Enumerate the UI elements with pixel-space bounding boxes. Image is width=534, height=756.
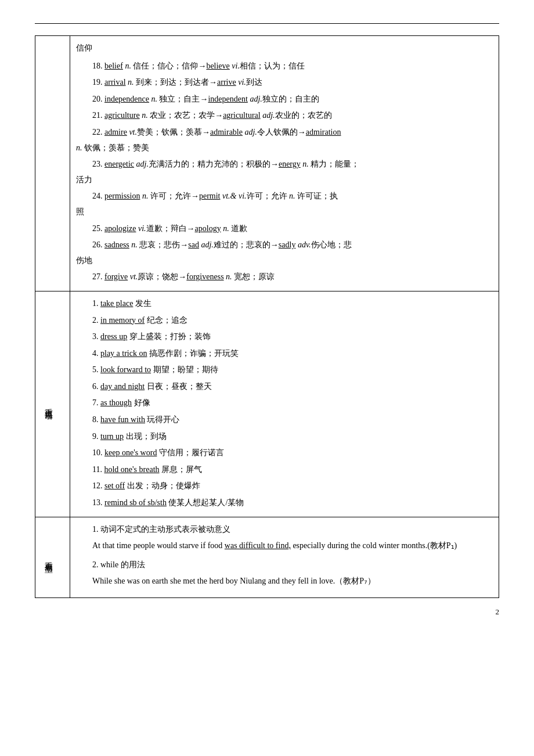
- sentences-left-cell: 重点句型: [35, 517, 70, 597]
- page-container: 信仰 18. belief n. 信任；信心；信仰→believe vi.相信；…: [35, 23, 499, 617]
- forgive-word: forgive: [104, 272, 128, 281]
- phrase-12: 12. set off 出发；动身；使爆炸: [76, 478, 493, 494]
- independence-word: independence: [104, 95, 149, 103]
- permit-word: permit: [199, 192, 221, 200]
- vocab-content: 信仰 18. belief n. 信任；信心；信仰→believe vi.相信；…: [70, 36, 499, 291]
- remind-phrase: remind sb of sb/sth: [104, 498, 167, 507]
- phrase-13: 13. remind sb of sb/sth 使某人想起某人/某物: [76, 495, 493, 511]
- in-memory-of-phrase: in memory of: [100, 316, 145, 325]
- sentence-section-1: 1. 动词不定式的主动形式表示被动意义 At that time people …: [76, 522, 493, 554]
- belief-word: belief: [104, 62, 123, 70]
- as-though-phrase: as though: [100, 398, 132, 407]
- sentence-title-2: 2. while 的用法: [76, 557, 493, 573]
- page-number: 2: [35, 607, 499, 617]
- entry-25: 25. apologize vi.道歉；辩白→apology n. 道歉: [76, 221, 493, 237]
- phrase-6: 6. day and night 日夜；昼夜；整天: [76, 379, 493, 395]
- apology-word: apology: [195, 224, 221, 233]
- have-fun-phrase: have fun with: [100, 415, 145, 424]
- sentences-row: 重点句型 1. 动词不定式的主动形式表示被动意义 At that time pe…: [35, 517, 499, 597]
- entry-26: 26. sadness n. 悲哀；悲伤→sad adj.难过的；悲哀的→sad…: [76, 237, 493, 268]
- arrive-word: arrive: [217, 78, 236, 87]
- set-off-phrase: set off: [104, 481, 125, 490]
- entry-22: 22. admire vt.赞美；钦佩；羡慕→admirable adj.令人钦…: [76, 125, 493, 156]
- agriculture-word: agriculture: [104, 111, 140, 120]
- sadness-word: sadness: [104, 240, 129, 249]
- permission-word: permission: [104, 192, 140, 200]
- phrase-10: 10. keep one's word 守信用；履行诺言: [76, 445, 493, 461]
- dress-up-phrase: dress up: [100, 332, 127, 341]
- vocab-left-cell: [35, 36, 70, 291]
- agricultural-word: agricultural: [223, 111, 261, 120]
- phrase-11: 11. hold one's breath 屏息；屏气: [76, 462, 493, 478]
- top-divider: [35, 23, 499, 24]
- phrases-row: 重点短语 1. take place 发生 2. in memory of 纪念…: [35, 291, 499, 517]
- phrases-content: 1. take place 发生 2. in memory of 纪念；追念 3…: [70, 291, 499, 517]
- entry-19: 19. arrival n. 到来；到达；到达者→arrive vi.到达: [76, 75, 493, 91]
- sentence-text-2: While she was on earth she met the herd …: [92, 574, 493, 589]
- keep-word-phrase: keep one's word: [104, 448, 157, 457]
- sentences-label: 重点句型: [41, 522, 56, 593]
- energy-word: energy: [279, 160, 301, 168]
- phrase-9: 9. turn up 出现；到场: [76, 429, 493, 445]
- turn-up-phrase: turn up: [100, 432, 124, 441]
- entry-21: 21. agriculture n. 农业；农艺；农学→agricultural…: [76, 108, 493, 124]
- entry-20: 20. independence n. 独立；自主→independent ad…: [76, 92, 493, 107]
- sentence-title-1: 1. 动词不定式的主动形式表示被动意义: [76, 522, 493, 538]
- take-place-phrase: take place: [100, 299, 133, 308]
- forgiveness-word: forgiveness: [186, 272, 223, 281]
- phrase-8: 8. have fun with 玩得开心: [76, 412, 493, 428]
- entry-18: 18. belief n. 信任；信心；信仰→believe vi.相信；认为；…: [76, 59, 493, 74]
- phrase-5: 5. look forward to 期望；盼望；期待: [76, 362, 493, 378]
- look-forward-phrase: look forward to: [100, 365, 151, 374]
- admirable-word: admirable: [210, 128, 243, 136]
- phrase-7: 7. as though 好像: [76, 395, 493, 411]
- independent-word: independent: [208, 95, 247, 103]
- apologize-word: apologize: [104, 224, 136, 233]
- phrase-3: 3. dress up 穿上盛装；打扮；装饰: [76, 329, 493, 345]
- vocab-title: 信仰: [76, 41, 493, 56]
- arrival-word: arrival: [104, 78, 126, 87]
- play-trick-phrase: play a trick on: [100, 349, 147, 358]
- day-night-phrase: day and night: [100, 382, 145, 391]
- sentence-text-1: At that time people would starve if food…: [92, 538, 493, 554]
- vocab-row: 信仰 18. belief n. 信任；信心；信仰→believe vi.相信；…: [35, 36, 499, 291]
- admire-word: admire: [104, 128, 127, 136]
- entry-24: 24. permission n. 许可；允许→permit vt.& vi.许…: [76, 189, 493, 219]
- phrases-left-cell: 重点短语: [35, 291, 70, 517]
- hold-breath-phrase: hold one's breath: [104, 465, 159, 474]
- underline-difficult: was difficult to find,: [225, 541, 291, 550]
- admiration-word: admiration: [306, 128, 341, 136]
- sentence-section-2: 2. while 的用法 While she was on earth she …: [76, 557, 493, 589]
- phrase-1: 1. take place 发生: [76, 296, 493, 312]
- energetic-word: energetic: [104, 160, 134, 168]
- sentences-content: 1. 动词不定式的主动形式表示被动意义 At that time people …: [70, 517, 499, 597]
- entry-27: 27. forgive vt.原谅；饶恕→forgiveness n. 宽恕；原…: [76, 269, 493, 285]
- believe-word: believe: [206, 62, 229, 70]
- phrase-4: 4. play a trick on 搞恶作剧；诈骗；开玩笑: [76, 346, 493, 362]
- sadly-word: sadly: [279, 240, 296, 249]
- main-table: 信仰 18. belief n. 信任；信心；信仰→believe vi.相信；…: [35, 35, 499, 598]
- sad-word: sad: [188, 240, 199, 249]
- phrase-2: 2. in memory of 纪念；追念: [76, 313, 493, 329]
- entry-23: 23. energetic adj.充满活力的；精力充沛的；积极的→energy…: [76, 157, 493, 188]
- phrases-label: 重点短语: [41, 296, 56, 512]
